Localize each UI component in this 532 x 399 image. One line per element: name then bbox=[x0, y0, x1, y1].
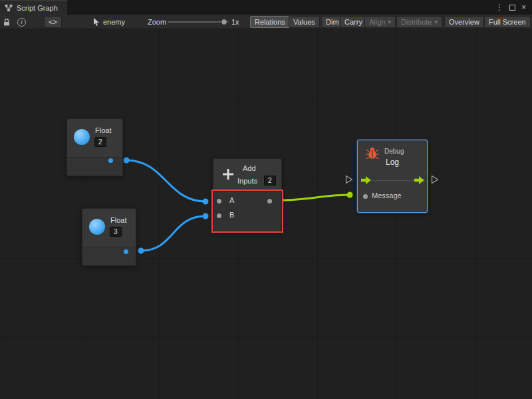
node-category: Debug bbox=[384, 148, 404, 155]
code-toggle-button[interactable]: <> bbox=[44, 16, 62, 28]
node-debug-log[interactable]: Debug Log Message bbox=[357, 140, 428, 213]
title-bar: Script Graph ⋮ × bbox=[0, 0, 532, 15]
carry-button[interactable]: Carry bbox=[340, 16, 367, 28]
float-type-icon bbox=[89, 219, 105, 235]
float-value-input[interactable]: 2 bbox=[94, 137, 106, 147]
lock-icon[interactable] bbox=[3, 15, 11, 29]
port-a-label: A bbox=[229, 196, 234, 204]
maximize-icon[interactable] bbox=[509, 5, 515, 11]
zoom-label: Zoom bbox=[148, 15, 166, 29]
flow-out-arrow-icon bbox=[414, 176, 424, 184]
graph-icon bbox=[5, 4, 13, 12]
full-screen-button[interactable]: Full Screen bbox=[484, 16, 531, 28]
zoom-slider[interactable] bbox=[168, 21, 229, 23]
float-value-input[interactable]: 3 bbox=[110, 227, 122, 237]
float-type-icon bbox=[74, 129, 90, 145]
output-port[interactable] bbox=[124, 249, 128, 254]
flow-in-arrow-icon bbox=[361, 176, 371, 184]
message-port-label: Message bbox=[372, 192, 402, 200]
add-ports-section: A B bbox=[213, 191, 281, 232]
output-port-sum[interactable] bbox=[267, 199, 272, 203]
tab-title: Script Graph bbox=[17, 4, 58, 12]
zoom-slider-handle[interactable] bbox=[221, 19, 227, 25]
graph-name: enemy bbox=[103, 18, 125, 26]
plus-icon bbox=[221, 168, 235, 181]
graph-canvas[interactable]: Float 2 Float 3 Add Inputs 2 A B bbox=[0, 29, 532, 399]
cursor-icon bbox=[93, 18, 100, 26]
message-input-port[interactable] bbox=[363, 194, 368, 199]
input-port-a[interactable] bbox=[217, 199, 221, 203]
distribute-dropdown: Distribute ▾ bbox=[396, 16, 442, 28]
flow-out-port[interactable] bbox=[414, 176, 424, 186]
info-icon[interactable]: i bbox=[17, 15, 26, 29]
chevron-down-icon: ▾ bbox=[388, 19, 391, 25]
node-title: Log bbox=[386, 158, 399, 167]
relations-button[interactable]: Relations bbox=[250, 16, 290, 28]
node-title: Add bbox=[243, 164, 256, 172]
node-title: Float bbox=[110, 216, 126, 224]
tab-script-graph[interactable]: Script Graph bbox=[0, 0, 67, 15]
chevron-down-icon: ▾ bbox=[434, 19, 438, 25]
node-title: Float bbox=[95, 126, 111, 134]
inputs-label: Inputs bbox=[237, 177, 257, 185]
port-b-label: B bbox=[229, 211, 234, 219]
node-float-2[interactable]: Float 3 bbox=[82, 208, 136, 266]
menu-icon[interactable]: ⋮ bbox=[495, 3, 503, 12]
bug-icon bbox=[366, 146, 379, 160]
output-port[interactable] bbox=[108, 158, 113, 163]
flow-in-triangle-icon[interactable] bbox=[345, 175, 353, 186]
input-port-b[interactable] bbox=[217, 213, 221, 218]
node-float-1[interactable]: Float 2 bbox=[66, 118, 123, 176]
zoom-value: 1x bbox=[231, 15, 239, 29]
values-button[interactable]: Values bbox=[289, 16, 320, 28]
node-add[interactable]: Add Inputs 2 A B bbox=[213, 158, 282, 231]
flow-out-triangle-icon[interactable] bbox=[431, 175, 439, 186]
window-controls: ⋮ × bbox=[495, 0, 532, 15]
overview-button[interactable]: Overview bbox=[444, 16, 484, 28]
close-icon[interactable]: × bbox=[521, 3, 526, 12]
graph-toolbar: i <> enemy Zoom 1x Relations Values Dim … bbox=[0, 15, 532, 29]
align-dropdown: Align ▾ bbox=[364, 16, 396, 28]
inputs-count-input[interactable]: 2 bbox=[264, 176, 276, 186]
flow-in-port[interactable] bbox=[361, 176, 371, 186]
graph-breadcrumb[interactable]: enemy bbox=[93, 15, 125, 29]
